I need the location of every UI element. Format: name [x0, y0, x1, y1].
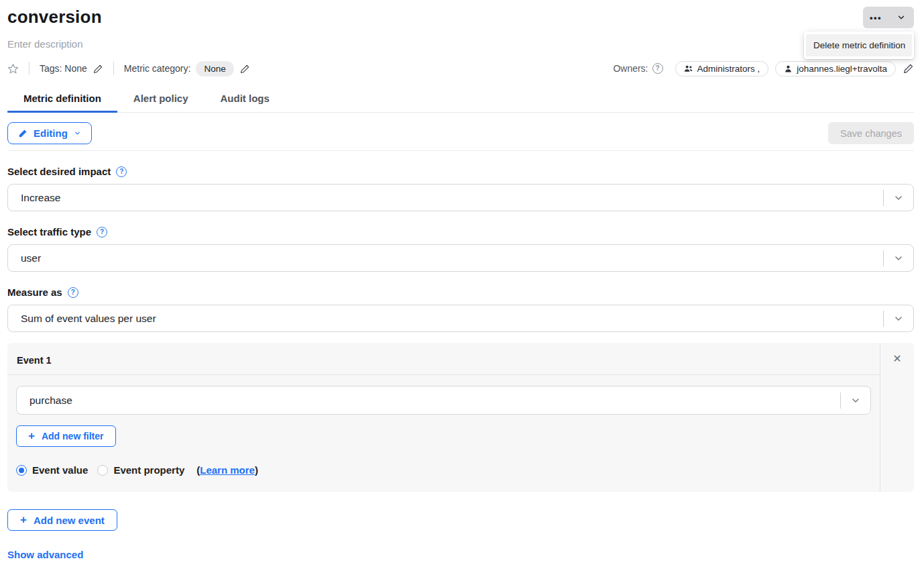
tab-bar: Metric definition Alert policy Audit log… — [7, 89, 914, 113]
meta-left: Tags: None Metric category: None — [7, 61, 250, 76]
paren-close: ) — [255, 464, 258, 476]
menu-item-delete-metric[interactable]: Delete metric definition — [806, 34, 912, 56]
owner-group-name: Administrators , — [697, 64, 760, 74]
measure-type-radio-group: Event value Event property (Learn more) — [16, 464, 871, 476]
measure-field-label: Measure as ? — [7, 287, 914, 298]
more-options-button[interactable]: ••• — [863, 7, 888, 28]
traffic-select[interactable]: user — [7, 244, 914, 272]
group-icon — [684, 64, 693, 72]
chevron-down-icon[interactable] — [884, 313, 913, 324]
event-property-radio[interactable] — [97, 465, 108, 476]
divider — [113, 62, 114, 75]
tab-alert-policy[interactable]: Alert policy — [117, 89, 205, 112]
owner-user-name: johannes.liegl+travolta — [797, 64, 887, 74]
person-icon — [784, 64, 793, 73]
plus-icon: + — [20, 514, 27, 525]
divider — [29, 62, 30, 75]
tab-audit-logs[interactable]: Audit logs — [205, 89, 286, 112]
owners-label: Owners: — [613, 63, 648, 74]
edit-metric-category-button[interactable] — [240, 64, 250, 74]
editing-mode-button[interactable]: Editing — [7, 122, 92, 144]
event-card: Event 1 purchase + Add new filter Event … — [7, 343, 914, 492]
event-card-side: ✕ — [880, 343, 914, 492]
traffic-field-label: Select traffic type ? — [7, 226, 914, 238]
show-advanced-link[interactable]: Show advanced — [7, 549, 83, 560]
impact-label-text: Select desired impact — [7, 166, 111, 177]
metric-category-label: Metric category: — [124, 63, 191, 74]
measure-select-value: Sum of event values per user — [8, 313, 883, 325]
impact-select-value: Increase — [8, 192, 883, 204]
favorite-star-button[interactable] — [7, 63, 19, 74]
event-name-value: purchase — [17, 395, 840, 407]
more-actions: ••• Delete metric definition — [863, 7, 914, 28]
event-value-radio[interactable] — [16, 465, 27, 476]
learn-more-link[interactable]: Learn more — [200, 464, 255, 476]
help-icon[interactable]: ? — [68, 287, 78, 298]
editing-label: Editing — [34, 127, 68, 139]
chevron-down-icon[interactable] — [841, 395, 870, 406]
add-new-filter-button[interactable]: + Add new filter — [16, 425, 116, 447]
event-card-main: Event 1 purchase + Add new filter Event … — [7, 343, 880, 492]
pencil-icon — [903, 63, 914, 74]
tab-metric-definition[interactable]: Metric definition — [7, 89, 117, 112]
pencil-icon — [240, 64, 250, 74]
event-property-radio-label[interactable]: Event property — [113, 464, 184, 476]
more-options-dropdown-toggle[interactable] — [888, 7, 914, 28]
edit-owners-button[interactable] — [903, 63, 914, 74]
help-icon[interactable]: ? — [116, 166, 127, 177]
save-changes-button[interactable]: Save changes — [828, 122, 914, 144]
impact-select[interactable]: Increase — [7, 184, 914, 211]
traffic-label-text: Select traffic type — [7, 226, 91, 238]
tags-label: Tags: None — [40, 63, 87, 74]
help-icon[interactable]: ? — [652, 63, 663, 74]
chevron-down-icon[interactable] — [884, 193, 913, 203]
learn-more-wrap: (Learn more) — [196, 464, 258, 476]
chevron-down-icon[interactable] — [884, 253, 913, 264]
add-new-event-button[interactable]: + Add new event — [7, 509, 117, 531]
measure-select[interactable]: Sum of event values per user — [7, 305, 914, 332]
description-field[interactable]: Enter description — [7, 38, 914, 50]
page-title: conversion — [7, 7, 102, 28]
chevron-down-icon — [897, 13, 906, 22]
add-event-label: Add new event — [34, 515, 105, 526]
owner-user-badge[interactable]: johannes.liegl+travolta — [775, 61, 896, 76]
remove-event-button[interactable]: ✕ — [892, 354, 901, 364]
edit-tags-button[interactable] — [93, 64, 103, 74]
edit-toolbar: Editing Save changes — [7, 122, 914, 144]
event-card-title: Event 1 — [7, 343, 880, 375]
more-actions-split-button: ••• — [863, 7, 914, 28]
plus-icon: + — [28, 430, 35, 442]
measure-label-text: Measure as — [7, 287, 62, 298]
meta-row: Tags: None Metric category: None Owners:… — [7, 60, 914, 76]
event-name-select[interactable]: purchase — [16, 386, 871, 415]
chevron-down-icon — [74, 129, 81, 137]
impact-field-label: Select desired impact ? — [7, 166, 914, 177]
metric-page: conversion ••• Delete metric definition … — [0, 0, 924, 571]
owner-group-badge[interactable]: Administrators , — [675, 61, 769, 76]
event-card-body: purchase + Add new filter Event value Ev… — [7, 375, 880, 492]
metric-category-badge[interactable]: None — [196, 61, 233, 76]
pencil-icon — [93, 64, 103, 74]
ellipsis-icon: ••• — [870, 13, 882, 22]
event-value-radio-label[interactable]: Event value — [32, 464, 88, 476]
owners-section: Owners: ? Administrators , johannes.lieg… — [613, 61, 914, 76]
more-actions-menu: Delete metric definition — [804, 32, 914, 59]
help-icon[interactable]: ? — [97, 227, 107, 238]
pencil-icon — [18, 129, 27, 138]
divider — [7, 150, 914, 151]
page-header: conversion ••• Delete metric definition — [7, 7, 914, 28]
star-icon — [7, 63, 19, 74]
add-filter-label: Add new filter — [42, 431, 104, 442]
traffic-select-value: user — [8, 252, 883, 264]
